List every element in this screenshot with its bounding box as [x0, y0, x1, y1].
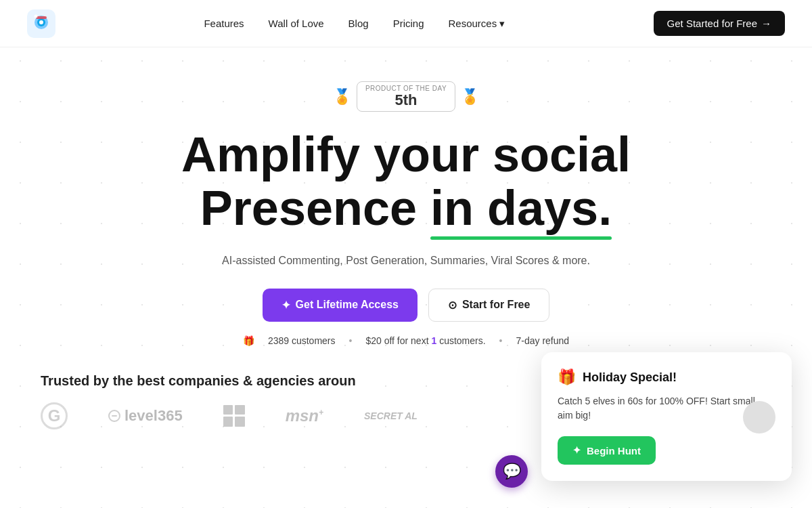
navbar-logo-area [27, 9, 55, 38]
nav-resources[interactable]: Resources ▾ [448, 18, 505, 30]
navbar: Features Wall of Love Blog Pricing Resou… [0, 0, 812, 47]
nav-wall-of-love[interactable]: Wall of Love [269, 18, 324, 29]
start-free-button[interactable]: ⊙ Start for Free [428, 289, 549, 322]
begin-hunt-button[interactable]: ✦ Begin Hunt [558, 436, 656, 465]
sparkle-icon: ✦ [281, 299, 290, 312]
chat-button[interactable]: 💬 [495, 455, 528, 488]
nav-pricing[interactable]: Pricing [393, 18, 424, 29]
sparkle-btn-icon: ✦ [572, 444, 581, 457]
laurel-left-icon: 🏅 [333, 88, 351, 106]
navbar-cta: Get Started for Free → [654, 11, 785, 36]
svg-point-3 [39, 20, 43, 24]
meta-customers: 2389 customers [268, 335, 336, 346]
get-started-button[interactable]: Get Started for Free → [654, 11, 785, 36]
badge-content: Product of the day 5th [357, 81, 455, 112]
product-badge: 🏅 Product of the day 5th 🏅 [333, 81, 479, 112]
popup-avatar [743, 401, 775, 433]
laurel-right-icon: 🏅 [461, 88, 479, 106]
chevron-down-icon: ▾ [499, 18, 505, 30]
hero-meta: 🎁 2389 customers • $20 off for next 1 cu… [243, 335, 569, 346]
hero-buttons: ✦ Get Lifetime Access ⊙ Start for Free [263, 289, 550, 322]
popup-gift-icon: 🎁 [558, 368, 576, 386]
lifetime-access-button[interactable]: ✦ Get Lifetime Access [263, 289, 418, 322]
shield-icon: ⊙ [448, 299, 457, 312]
arrow-icon: → [761, 18, 771, 29]
logo-msn: msn+ [286, 406, 323, 425]
nav-features[interactable]: Features [204, 18, 244, 29]
nav-blog[interactable]: Blog [348, 18, 369, 29]
meta-gift-icon: 🎁 [243, 335, 254, 346]
svg-rect-7 [112, 415, 117, 417]
hero-subtitle: AI-assisted Commenting, Post Generation,… [222, 255, 590, 267]
underlined-text: in days. [430, 182, 612, 235]
logo-microsoft [223, 405, 245, 427]
hero-title: Amplify your social Presence in days. [181, 128, 631, 235]
logo-level365: level365 [108, 407, 183, 425]
popup-header: 🎁 Holiday Special! [558, 368, 775, 386]
navbar-links: Features Wall of Love Blog Pricing Resou… [204, 18, 505, 30]
logo-secret-al: SECRET AL [364, 410, 418, 421]
logo-google: G [41, 402, 68, 429]
badge-number: 5th [395, 92, 418, 108]
meta-discount-num: 1 [431, 335, 436, 346]
holiday-popup: 🎁 Holiday Special! Catch 5 elves in 60s … [541, 352, 792, 481]
meta-refund: 7-day refund [516, 335, 570, 346]
svg-point-5 [35, 14, 38, 18]
hero-section: 🏅 Product of the day 5th 🏅 Amplify your … [0, 47, 812, 346]
chat-icon: 💬 [503, 463, 521, 480]
popup-footer: ✦ Begin Hunt [558, 436, 775, 465]
popup-title: Holiday Special! [583, 371, 677, 385]
logo-icon [27, 9, 55, 38]
